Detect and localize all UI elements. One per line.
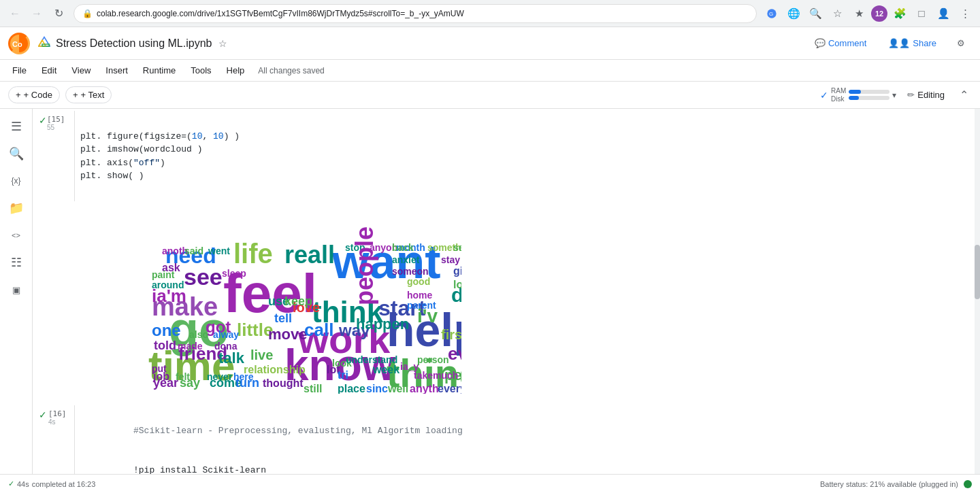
sidebar-item-terminal[interactable]: ▣	[4, 277, 29, 302]
profile-icon-btn[interactable]: 👤	[934, 4, 953, 23]
green-status-dot	[964, 480, 972, 488]
code-line-1: plt. figure(figsize=(10, 10) )	[80, 131, 240, 141]
code-line-3: plt. axis("off")	[80, 158, 165, 168]
bookmark-icon-btn[interactable]: ☆	[828, 4, 847, 23]
editing-label: Editing	[917, 90, 945, 100]
svg-text:keep: keep	[284, 294, 312, 308]
notebook-title[interactable]: Stress Detection using ML.ipynb	[56, 37, 212, 50]
svg-text:dona: dona	[214, 341, 238, 352]
cell-15-time: 55	[47, 124, 65, 131]
google-icon-btn[interactable]: G	[762, 4, 781, 23]
svg-text:tell: tell	[274, 311, 292, 325]
code-line-4: plt. show( )	[80, 171, 144, 181]
status-right: Battery status: 21% available (plugged i…	[820, 480, 972, 488]
add-code-button[interactable]: + + Code	[8, 86, 60, 103]
address-bar[interactable]: 🔒 colab.research.google.com/drive/1x1SGT…	[74, 4, 757, 23]
star-icon[interactable]: ☆	[218, 38, 227, 49]
svg-text:G: G	[769, 11, 773, 17]
browser-bar: ← → ↻ 🔒 colab.research.google.com/drive/…	[0, 0, 980, 27]
svg-text:good: good	[407, 276, 430, 287]
ram-disk-bars	[849, 90, 889, 100]
browser-icons: G 🌐 🔍 ☆ ★ 12 🧩 □ 👤 ⋮	[762, 4, 975, 23]
run-indicator-15: ✓	[39, 115, 47, 126]
cell-15-content[interactable]: plt. figure(figsize=(10, 10) ) plt. imsh…	[74, 111, 974, 201]
svg-marker-4	[39, 37, 50, 46]
window-icon-btn[interactable]: □	[912, 4, 931, 23]
menu-dots-btn[interactable]: ⋮	[956, 4, 975, 23]
svg-text:never: never	[207, 371, 233, 382]
code-line-2: plt. imshow(wordcloud )	[80, 144, 202, 154]
cell-16-number: [16]	[48, 409, 67, 418]
right-scrollbar[interactable]	[975, 109, 980, 493]
svg-text:told: told	[154, 339, 176, 352]
svg-text:Co: Co	[12, 40, 22, 48]
collapse-toolbar-button[interactable]: ⌃	[956, 87, 972, 103]
comment-label: Comment	[828, 38, 866, 48]
editing-mode[interactable]: ✏ Editing	[902, 87, 950, 103]
sidebar-item-table[interactable]: ☷	[4, 250, 29, 275]
browser-chrome: ← → ↻ 🔒 colab.research.google.com/drive/…	[0, 0, 980, 27]
menu-insert[interactable]: Insert	[99, 63, 135, 78]
scrollbar-thumb[interactable]	[975, 245, 980, 299]
settings-button[interactable]: ⚙	[950, 33, 972, 54]
nav-buttons: ← → ↻	[5, 4, 68, 23]
search-icon-btn[interactable]: 🔍	[806, 4, 825, 23]
ram-disk-dropdown[interactable]: ▾	[892, 90, 896, 100]
cell-15: ✓ [15] 55 plt. figure(figsize=(10, 10) )…	[33, 110, 975, 202]
star-icon-btn[interactable]: ★	[849, 4, 868, 23]
svg-text:long: long	[453, 279, 461, 290]
svg-text:move: move	[268, 326, 307, 343]
sidebar-item-search[interactable]: 🔍	[4, 141, 29, 166]
svg-text:tri: tri	[338, 369, 348, 381]
menu-edit[interactable]: Edit	[35, 63, 63, 78]
sidebar-item-files[interactable]: 📁	[4, 196, 29, 220]
add-code-label: + Code	[24, 90, 52, 100]
svg-text:stay: stay	[441, 254, 460, 265]
share-icon: 👤👤	[888, 38, 910, 48]
add-text-button[interactable]: + + Text	[65, 86, 112, 103]
notebook-toolbar: + + Code + + Text ✓ RAM Disk ▾ ✏ Editing…	[0, 82, 980, 109]
svg-text:here: here	[233, 371, 254, 382]
add-text-label: + Text	[80, 90, 104, 100]
url-text: colab.research.google.com/drive/1x1SGTfv…	[97, 9, 748, 18]
sidebar-item-code[interactable]: <>	[4, 223, 29, 248]
puzzle-icon-btn[interactable]: 🧩	[890, 4, 909, 23]
status-check-icon: ✓	[8, 479, 14, 488]
svg-text:made: made	[178, 341, 203, 352]
svg-text:anxiet: anxiet	[392, 254, 420, 265]
menu-bar: File Edit View Insert Runtime Tools Help…	[0, 60, 980, 82]
svg-text:someon: someon	[392, 266, 429, 277]
logo-circle: Co	[8, 33, 30, 54]
svg-text:give: give	[453, 265, 461, 277]
menu-runtime[interactable]: Runtime	[136, 63, 182, 78]
svg-text:week: week	[372, 364, 399, 375]
profile-avatar[interactable]: 12	[871, 5, 887, 22]
svg-text:thought: thought	[263, 377, 304, 389]
cell-15-gutter: ✓ [15] 55	[33, 111, 74, 201]
svg-text:life: life	[233, 239, 273, 269]
menu-file[interactable]: File	[5, 63, 33, 78]
svg-text:still: still	[304, 383, 323, 394]
ram-disk-labels: RAM Disk	[831, 87, 846, 103]
sidebar-item-menu[interactable]: ☰	[4, 114, 29, 139]
cell-16-comment: #Scikit-learn - Preprocessing, evalustin…	[133, 426, 463, 436]
sidebar-item-variables[interactable]: {x}	[4, 169, 29, 193]
colab-logo: Co	[8, 33, 30, 54]
comment-button[interactable]: 💬 Comment	[806, 34, 875, 52]
menu-help[interactable]: Help	[220, 63, 252, 78]
refresh-button[interactable]: ↻	[49, 4, 68, 23]
back-button[interactable]: ←	[5, 4, 24, 23]
cell-16-time: 4s	[48, 418, 67, 426]
svg-text:people: people	[350, 226, 378, 305]
menu-tools[interactable]: Tools	[184, 63, 218, 78]
disk-bar	[849, 96, 889, 100]
share-button[interactable]: 👤👤 Share	[880, 34, 945, 52]
svg-text:takemuch: takemuch	[414, 370, 458, 381]
svg-text:place: place	[338, 383, 365, 394]
translate-icon-btn[interactable]: 🌐	[784, 4, 803, 23]
changes-saved: All changes saved	[258, 66, 324, 75]
svg-text:around: around	[152, 279, 184, 290]
menu-view[interactable]: View	[65, 63, 97, 78]
run-indicator-16: ✓	[39, 409, 47, 420]
forward-button[interactable]: →	[27, 4, 46, 23]
